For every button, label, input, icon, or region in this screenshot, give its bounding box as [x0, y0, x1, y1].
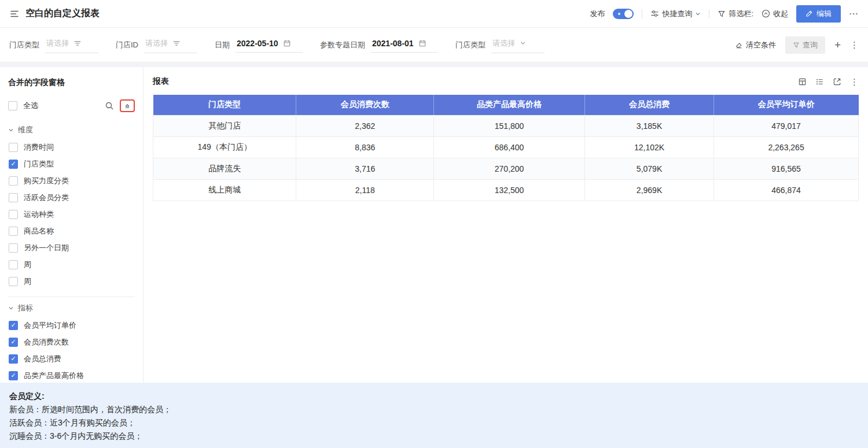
field-label: 活跃会员分类 — [24, 192, 69, 203]
field-checkbox[interactable] — [9, 371, 18, 380]
filter-store-type-2: 门店类型 请选择 — [455, 37, 545, 53]
sliders-icon — [650, 9, 659, 18]
field-label: 消费时间 — [24, 142, 54, 153]
export-icon[interactable] — [833, 77, 841, 86]
table-cell: 线上商城 — [153, 179, 296, 201]
field-label: 购买力度分类 — [24, 176, 69, 186]
field-checkbox[interactable] — [9, 210, 18, 219]
field-item[interactable]: 活跃会员分类 — [8, 189, 135, 206]
date-value: 2021-08-01 — [372, 39, 414, 48]
date-picker[interactable]: 2022-05-10 — [236, 38, 303, 53]
field-item[interactable]: 门店类型 — [8, 155, 135, 172]
eraser-icon — [735, 41, 743, 49]
publish-toggle[interactable] — [613, 9, 634, 19]
search-icon[interactable] — [105, 101, 114, 110]
select-all-checkbox[interactable] — [8, 101, 17, 110]
column-header: 会员总消费 — [585, 95, 714, 115]
column-header: 品类产品最高价格 — [434, 95, 585, 115]
field-item[interactable]: 周 — [8, 256, 135, 273]
field-item[interactable]: 运动种类 — [8, 206, 135, 223]
field-checkbox[interactable] — [9, 243, 18, 253]
store-type-dropdown[interactable]: 请选择 — [491, 37, 545, 53]
field-checkbox[interactable] — [9, 277, 18, 286]
report-area: 报表 ⋮ 门店类型 会员消费次数 — [144, 67, 868, 383]
field-checkbox[interactable] — [9, 260, 18, 269]
field-label: 会员消费次数 — [24, 337, 69, 347]
add-filter-icon[interactable]: + — [834, 39, 841, 50]
table-cell: 2,118 — [296, 179, 434, 201]
field-item[interactable]: 周 — [8, 273, 135, 290]
field-label: 会员总消费 — [24, 354, 61, 364]
report-table: 门店类型 会员消费次数 品类产品最高价格 会员总消费 会员平均订单价 其他门店 … — [153, 95, 859, 201]
sidebar-divider — [8, 297, 135, 297]
table-cell: 2,969K — [585, 179, 714, 201]
dimensions-label: 维度 — [18, 125, 33, 135]
filter-bar-toggle[interactable]: 筛选栏: — [718, 9, 753, 19]
funnel-icon — [793, 42, 800, 49]
table-config-icon[interactable] — [798, 77, 807, 86]
collapse-button[interactable]: 收起 — [762, 9, 788, 19]
edit-button[interactable]: 编辑 — [796, 5, 841, 23]
field-pane-sidebar: 合并的字段窗格 全选 维度 消费时间 门店类型 购买力度分类 活跃会 — [0, 67, 144, 383]
field-item[interactable]: 购买力度分类 — [8, 172, 135, 189]
list-view-icon[interactable] — [815, 77, 824, 86]
report-more-icon[interactable]: ⋮ — [850, 77, 859, 86]
table-cell: 149（本门店） — [153, 136, 296, 158]
funnel-icon — [718, 10, 726, 18]
column-header: 会员平均订单价 — [714, 95, 859, 115]
field-checkbox[interactable] — [9, 160, 18, 169]
column-header: 会员消费次数 — [296, 95, 434, 115]
clear-conditions-button[interactable]: 清空条件 — [735, 40, 776, 50]
circle-chevron-up-icon — [762, 9, 770, 18]
field-item[interactable]: 消费时间 — [8, 139, 135, 155]
field-label: 品类产品最高价格 — [24, 371, 84, 381]
filter-label: 门店类型 — [455, 40, 486, 50]
field-item[interactable]: 会员消费次数 — [8, 334, 135, 350]
store-type-select[interactable]: 请选择 — [45, 37, 98, 53]
table-cell: 其他门店 — [153, 115, 296, 136]
store-id-select[interactable]: 请选择 — [144, 37, 197, 53]
more-menu-icon[interactable]: ⋯ — [849, 8, 859, 19]
publish-label: 发布 — [590, 9, 605, 19]
field-item[interactable]: 会员总消费 — [8, 350, 135, 367]
field-label: 周 — [24, 276, 31, 287]
collapse-fields-icon[interactable] — [123, 102, 131, 110]
field-checkbox[interactable] — [9, 193, 18, 202]
page-title: 空白的自定义报表 — [25, 8, 100, 20]
field-label: 另外一个日期 — [24, 243, 69, 253]
field-item[interactable]: 商品名称 — [8, 223, 135, 239]
filter-store-type-1: 门店类型 请选择 — [9, 37, 98, 53]
filter-label: 门店类型 — [9, 40, 39, 50]
filter-more-icon[interactable]: ⋮ — [850, 40, 859, 49]
metrics-list: 会员平均订单价 会员消费次数 会员总消费 品类产品最高价格 — [8, 317, 135, 383]
topbar: 空白的自定义报表 发布 快捷查询 筛选栏: 收起 — [0, 0, 868, 28]
filter-bar-label: 筛选栏: — [729, 9, 753, 19]
table-cell: 品牌流失 — [153, 158, 296, 179]
query-button[interactable]: 查询 — [785, 36, 825, 54]
metrics-label: 指标 — [18, 303, 33, 313]
report-list-icon[interactable] — [9, 9, 20, 19]
table-cell: 132,500 — [434, 179, 585, 201]
chevron-down-icon — [8, 305, 14, 311]
field-item[interactable]: 品类产品最高价格 — [8, 367, 135, 383]
field-checkbox[interactable] — [9, 338, 18, 347]
field-checkbox[interactable] — [9, 354, 18, 364]
table-cell: 12,102K — [585, 136, 714, 158]
dimensions-section-header[interactable]: 维度 — [8, 125, 135, 135]
field-item[interactable]: 另外一个日期 — [8, 239, 135, 256]
filter-label: 参数专题日期 — [320, 40, 365, 50]
table-cell: 8,836 — [296, 136, 434, 158]
quick-query-button[interactable]: 快捷查询 — [650, 9, 701, 19]
field-checkbox[interactable] — [9, 321, 18, 330]
table-row: 品牌流失 3,716 270,200 5,079K 916,565 — [153, 158, 859, 179]
table-cell: 916,565 — [714, 158, 859, 179]
param-date-picker[interactable]: 2021-08-01 — [371, 38, 438, 53]
field-checkbox[interactable] — [9, 143, 18, 152]
field-pane-title: 合并的字段窗格 — [8, 77, 135, 88]
filter-lines-icon — [172, 39, 181, 47]
metrics-section-header[interactable]: 指标 — [8, 303, 135, 313]
field-item[interactable]: 会员平均订单价 — [8, 317, 135, 334]
field-checkbox[interactable] — [9, 227, 18, 236]
field-checkbox[interactable] — [9, 176, 18, 186]
table-header-row: 门店类型 会员消费次数 品类产品最高价格 会员总消费 会员平均订单价 — [153, 95, 859, 115]
